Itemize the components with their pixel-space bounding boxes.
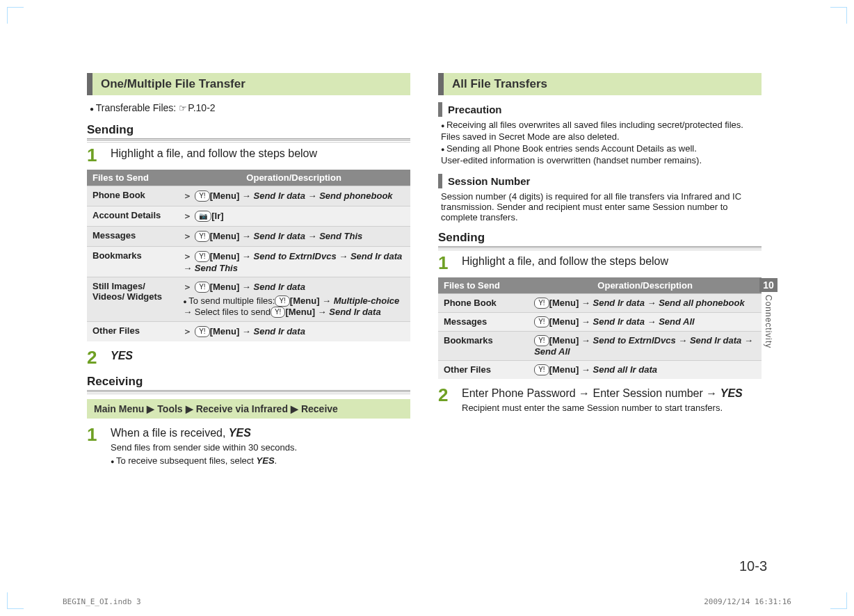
table-row: MessagesY![Menu] → Send Ir data → Send A…	[438, 313, 762, 332]
row-label: Other Files	[87, 322, 177, 342]
precaution-line: Receiving all files overwrites all saved…	[448, 120, 762, 130]
transferable-files-line: Transferable Files: P.10-2	[90, 102, 410, 113]
recv-sub2-line: To receive subsequent files, select YES.	[111, 455, 410, 466]
row-operation: ＞Y![Menu] → Send Ir data → Send phoneboo…	[177, 186, 410, 206]
op-token: Send all Ir data	[593, 364, 656, 375]
page-content: One/Multiple File Transfer Transferable …	[87, 73, 762, 546]
footer-meta: BEGIN_E_OI.indb 3 2009/12/14 16:31:16	[63, 597, 791, 606]
row-extra: ● To send multiple files:Y![Menu] → Mult…	[183, 295, 405, 318]
op-token: Send This	[195, 263, 238, 273]
chevron-icon: ＞	[183, 211, 192, 221]
step2-text: Enter Phone Password → Enter Session num…	[462, 387, 720, 399]
row-operation: ＞Y![Menu] → Send to ExtrnlDvcs → Send Ir…	[177, 247, 410, 277]
op-token: [Menu]	[210, 326, 240, 337]
transferable-files-label: Transferable Files:	[96, 102, 176, 113]
table-row: Account Details＞📷[Ir]	[87, 206, 410, 227]
menu-path-item: Receive	[301, 403, 338, 414]
op-token: [Menu]	[549, 364, 579, 375]
op-token: Send phonebook	[319, 191, 392, 201]
softkey-icon: Y!	[271, 307, 285, 318]
op-token: Send Ir data	[329, 307, 380, 317]
recv-sub2-text: To receive subsequent files, select	[116, 455, 257, 466]
left-ops-table: Files to Send Operation/Description Phon…	[87, 170, 410, 341]
right-step-1: 1 Highlight a file, and follow the steps…	[438, 254, 762, 272]
step2-sub: Recipient must enter the same Session nu…	[462, 403, 762, 413]
recv-step1-yes: YES	[229, 427, 251, 439]
chapter-label: Connectivity	[764, 295, 773, 348]
step-number: 1	[87, 146, 101, 164]
softkey-icon: 📷	[195, 211, 211, 222]
op-token: Send Ir data	[593, 316, 644, 327]
receiving-heading: Receiving	[87, 375, 410, 392]
precaution-body: Receiving all files overwrites all saved…	[438, 120, 762, 165]
bullet-icon: ●	[183, 298, 188, 305]
table-row: Bookmarks＞Y![Menu] → Send to ExtrnlDvcs …	[87, 247, 410, 277]
footer-left: BEGIN_E_OI.indb 3	[63, 597, 141, 606]
op-token: Send Ir data	[593, 298, 644, 308]
step2-yes: YES	[720, 387, 743, 399]
table-row: Other Files＞Y![Menu] → Send Ir data	[87, 322, 410, 342]
softkey-icon: Y!	[534, 316, 549, 327]
table-row: Messages＞Y![Menu] → Send Ir data → Send …	[87, 227, 410, 247]
op-token: Send Ir data	[253, 191, 305, 201]
row-label: Messages	[438, 313, 529, 332]
op-token: Select files to send	[195, 307, 271, 317]
row-operation: Y![Menu] → Send Ir data → Send all phone…	[529, 294, 762, 313]
right-column: All File Transfers Precaution Receiving …	[438, 73, 762, 546]
op-token: Send Ir data	[253, 282, 305, 292]
menu-path-item: Tools	[157, 403, 182, 414]
step-number: 2	[87, 348, 101, 366]
op-token: Send Ir data	[690, 335, 741, 346]
step-body: Enter Phone Password → Enter Session num…	[462, 386, 762, 413]
right-ops-table: Files to Send Operation/Description Phon…	[438, 277, 762, 379]
op-token: [Menu]	[210, 231, 240, 241]
recv-sub2-end: .	[275, 455, 277, 466]
row-operation: ＞Y![Menu] → Send Ir data	[177, 322, 410, 342]
op-token: [Menu]	[549, 335, 579, 346]
precaution-line: User-edited information is overwritten (…	[448, 155, 762, 165]
chevron-icon: ＞	[183, 231, 192, 241]
table-header-op: Operation/Description	[529, 277, 762, 294]
op-token: [Menu]	[549, 316, 579, 327]
table-row: Phone Book＞Y![Menu] → Send Ir data → Sen…	[87, 186, 410, 206]
row-label: Other Files	[438, 361, 529, 380]
menu-path-item: Receive via Infrared	[196, 403, 288, 414]
op-token: [Menu]	[210, 191, 240, 201]
footer-right: 2009/12/14 16:31:16	[704, 597, 791, 606]
row-operation: Y![Menu] → Send Ir data → Send All	[529, 313, 762, 332]
table-row: Other FilesY![Menu] → Send all Ir data	[438, 361, 762, 380]
op-token: Send to ExtrnlDvcs	[253, 251, 336, 261]
step-body: Highlight a file, and follow the steps b…	[462, 254, 762, 268]
row-operation: ＞Y![Menu] → Send Ir data → Send This	[177, 227, 410, 247]
op-token: Multiple-choice	[334, 295, 400, 306]
table-row: Phone BookY![Menu] → Send Ir data → Send…	[438, 294, 762, 313]
op-token: Send to ExtrnlDvcs	[593, 335, 675, 346]
op-token: [Menu]	[210, 282, 240, 292]
softkey-icon: Y!	[275, 295, 289, 307]
recv-sub1: Send files from sender side within 30 se…	[111, 442, 410, 453]
row-operation: Y![Menu] → Send to ExtrnlDvcs → Send Ir …	[529, 332, 762, 361]
row-label: Still Images/ Videos/ Widgets	[87, 277, 177, 322]
session-number-body: Session number (4 digits) is required fo…	[438, 191, 762, 222]
softkey-icon: Y!	[534, 298, 549, 309]
sending-heading-left: Sending	[87, 123, 410, 140]
session-number-block: Session Number Session number (4 digits)…	[438, 174, 762, 222]
menu-path-separator-icon: ▶	[291, 403, 298, 414]
row-operation: ＞📷[Ir]	[177, 206, 410, 227]
op-token: Send Ir data	[351, 251, 402, 261]
menu-path-item: Main Menu	[94, 403, 144, 414]
op-token: [Menu]	[549, 298, 579, 308]
recv-step1-text: When a file is received,	[111, 427, 229, 439]
row-operation: ＞Y![Menu] → Send Ir data● To send multip…	[177, 277, 410, 322]
op-token: [Menu]	[285, 307, 315, 317]
table-header-files: Files to Send	[87, 170, 177, 186]
precaution-line: Files saved in Secret Mode are also dele…	[448, 131, 762, 142]
softkey-icon: Y!	[195, 326, 209, 337]
op-token: Send all phonebook	[659, 298, 745, 308]
softkey-icon: Y!	[534, 364, 549, 375]
row-label: Phone Book	[87, 186, 177, 206]
step-number: 2	[438, 386, 452, 404]
row-label: Messages	[87, 227, 177, 247]
menu-path-separator-icon: ▶	[186, 403, 193, 414]
step-body: When a file is received, YES Send files …	[111, 425, 410, 466]
